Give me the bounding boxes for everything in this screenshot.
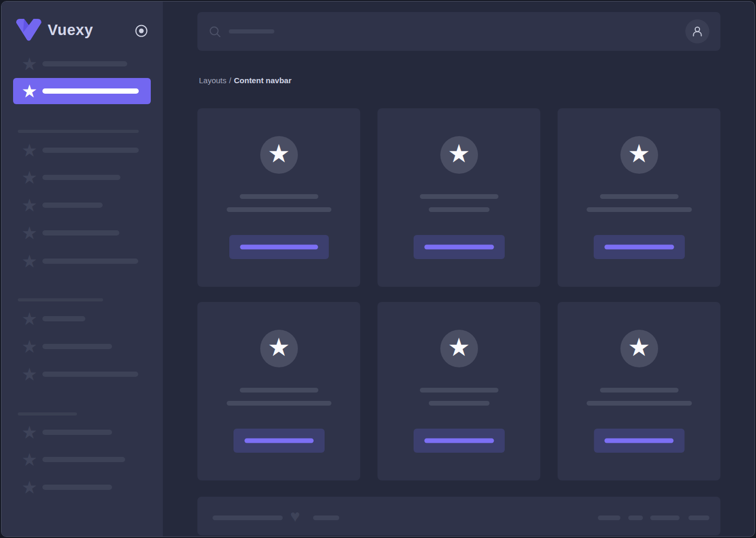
breadcrumb-separator: /	[229, 76, 231, 85]
sidebar-item[interactable]: ★	[2, 333, 163, 360]
star-icon: ★	[448, 141, 470, 166]
card-avatar-circle: ★	[620, 330, 658, 367]
sidebar-item[interactable]: ★	[2, 361, 163, 388]
sidebar-item[interactable]: ★	[2, 192, 163, 219]
sidebar-item[interactable]: ★	[2, 446, 163, 473]
search-input[interactable]	[197, 12, 365, 51]
vuexy-logo-icon	[16, 19, 41, 42]
star-icon: ★	[21, 423, 37, 441]
card-text-bar	[240, 388, 318, 393]
card-text-bar	[227, 401, 331, 406]
card-text-bar	[600, 388, 679, 393]
star-icon: ★	[21, 141, 37, 159]
star-icon: ★	[448, 335, 470, 360]
menu-item-label-bar	[42, 372, 138, 377]
placeholder-card: ★	[197, 302, 360, 480]
card-button-label-bar	[424, 245, 494, 250]
card-avatar-circle: ★	[260, 330, 298, 367]
card-text-bar	[600, 194, 679, 199]
menu-item-label-bar	[42, 88, 139, 94]
menu-item-label-bar	[42, 203, 103, 208]
sidebar-section-title-bar	[18, 412, 77, 416]
heart-icon: ♥	[290, 508, 300, 524]
menu-item-label-bar	[42, 148, 139, 153]
menu-item-label-bar	[42, 230, 119, 236]
app-window: Vuexy ★★★★★★★★★★★★★ Layouts/Content navb…	[1, 1, 755, 537]
cards-grid: ★★★★★★	[197, 108, 720, 480]
brand-header: Vuexy	[2, 2, 163, 49]
placeholder-card: ★	[197, 108, 360, 287]
placeholder-card: ★	[558, 302, 720, 480]
card-text-bar	[586, 401, 692, 406]
card-text-bar	[429, 401, 490, 406]
placeholder-card: ★	[377, 108, 540, 287]
footer-link-bar	[628, 515, 643, 520]
sidebar-item[interactable]: ★	[2, 305, 163, 332]
search-placeholder-bar	[229, 29, 274, 33]
placeholder-card: ★	[377, 302, 540, 480]
star-icon: ★	[21, 55, 37, 73]
breadcrumb-current: Content navbar	[234, 76, 292, 85]
menu-item-label-bar	[42, 175, 120, 180]
card-button-label-bar	[604, 245, 674, 250]
star-icon: ★	[21, 478, 37, 496]
star-icon: ★	[628, 141, 650, 166]
footer: ♥	[197, 497, 720, 535]
menu-item-label-bar	[42, 344, 112, 349]
top-navbar	[197, 12, 720, 51]
menu-item-label-bar	[42, 316, 85, 321]
card-avatar-circle: ★	[440, 330, 478, 367]
card-text-bar	[586, 207, 692, 212]
star-icon: ★	[628, 335, 650, 360]
star-icon: ★	[21, 338, 37, 355]
footer-link-bar	[688, 515, 709, 520]
footer-link-bar	[598, 515, 620, 520]
menu-pin-toggle-icon[interactable]	[134, 24, 149, 38]
star-icon: ★	[268, 335, 290, 360]
user-avatar-button[interactable]	[685, 19, 709, 43]
card-button[interactable]	[414, 235, 505, 259]
card-button-label-bar	[244, 439, 314, 443]
card-button[interactable]	[234, 429, 325, 453]
placeholder-card: ★	[558, 108, 720, 287]
card-button[interactable]	[594, 235, 685, 259]
breadcrumb: Layouts/Content navbar	[199, 76, 292, 85]
footer-text-bar	[313, 515, 339, 520]
card-avatar-circle: ★	[260, 136, 298, 174]
menu-item-label-bar	[42, 457, 125, 462]
menu-item-label-bar	[42, 485, 112, 490]
card-text-bar	[240, 194, 318, 199]
card-text-bar	[429, 207, 490, 212]
card-button-label-bar	[240, 245, 318, 250]
footer-text-bar	[213, 515, 283, 520]
card-avatar-circle: ★	[440, 136, 478, 174]
card-text-bar	[420, 388, 498, 393]
brand-name: Vuexy	[48, 21, 93, 39]
sidebar-section-title-bar	[18, 130, 139, 133]
star-icon: ★	[21, 365, 37, 383]
sidebar-item[interactable]: ★	[2, 50, 163, 77]
sidebar-item[interactable]: ★	[2, 137, 163, 164]
sidebar-item[interactable]: ★	[2, 248, 163, 275]
card-button-label-bar	[605, 439, 674, 443]
footer-link-bar	[650, 515, 680, 520]
star-icon: ★	[21, 224, 37, 242]
user-icon	[691, 25, 704, 38]
card-avatar-circle: ★	[620, 136, 658, 174]
sidebar-item[interactable]: ★	[2, 164, 163, 191]
sidebar: Vuexy ★★★★★★★★★★★★★	[2, 2, 163, 536]
breadcrumb-parent[interactable]: Layouts	[199, 76, 227, 85]
sidebar-item[interactable]: ★	[2, 419, 163, 446]
star-icon: ★	[21, 451, 37, 468]
card-button[interactable]	[229, 235, 329, 259]
search-icon	[209, 26, 221, 38]
star-icon: ★	[268, 141, 290, 166]
sidebar-item-active[interactable]: ★	[13, 78, 151, 104]
sidebar-item[interactable]: ★	[2, 474, 163, 501]
menu-item-label-bar	[42, 430, 112, 435]
sidebar-item[interactable]: ★	[2, 219, 163, 246]
card-button[interactable]	[594, 429, 684, 453]
star-icon: ★	[21, 82, 37, 100]
card-button[interactable]	[414, 429, 505, 453]
star-icon: ★	[21, 196, 37, 214]
